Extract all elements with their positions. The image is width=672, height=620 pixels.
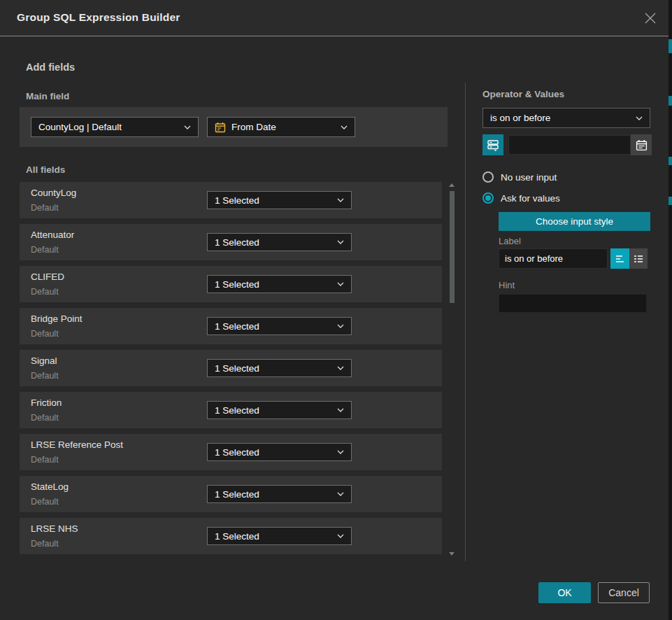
date-picker-button[interactable] xyxy=(631,134,652,155)
calendar-icon xyxy=(636,139,648,151)
field-row: Attenuator Default 1 Selected xyxy=(20,224,442,260)
field-row: CountyLog Default 1 Selected xyxy=(20,182,442,218)
field-row: LRSE Reference Post Default 1 Selected xyxy=(20,434,442,470)
field-row-type: Default xyxy=(31,245,59,255)
list-input-toggle[interactable] xyxy=(629,248,648,269)
field-row: StateLog Default 1 Selected xyxy=(20,476,442,512)
add-fields-heading: Add fields xyxy=(26,62,75,73)
align-left-icon xyxy=(615,254,626,264)
operator-dropdown[interactable]: is on or before xyxy=(482,108,650,128)
list-scrollbar[interactable] xyxy=(449,183,455,556)
cancel-button[interactable]: Cancel xyxy=(598,582,650,603)
field-row-name: CLIFED xyxy=(31,272,64,282)
dialog-titlebar: Group SQL Expression Builder xyxy=(0,0,669,36)
close-icon[interactable] xyxy=(642,10,659,27)
field-row-type: Default xyxy=(31,497,59,507)
field-row-selection-dropdown[interactable]: 1 Selected xyxy=(207,359,352,377)
field-row-selection-value: 1 Selected xyxy=(215,489,333,500)
chevron-down-icon xyxy=(636,116,643,120)
background-app-edge xyxy=(669,0,672,620)
ask-for-values-radio[interactable]: Ask for values xyxy=(482,192,560,204)
chevron-down-icon xyxy=(337,408,344,412)
field-row-name: LRSE Reference Post xyxy=(31,439,123,450)
date-value-input[interactable] xyxy=(508,135,631,155)
field-row-type: Default xyxy=(31,329,59,339)
select-values-button[interactable] xyxy=(482,134,503,155)
field-row-name: CountyLog xyxy=(31,188,76,198)
field-row-selection-dropdown[interactable]: 1 Selected xyxy=(207,443,352,461)
list-icon xyxy=(633,254,644,264)
field-row-type: Default xyxy=(31,371,59,381)
field-row: Friction Default 1 Selected xyxy=(20,392,442,428)
field-row-type: Default xyxy=(31,203,59,213)
operator-values-heading: Operator & Values xyxy=(482,89,564,99)
background-app-edge-accent xyxy=(669,157,672,165)
no-user-input-radio[interactable]: No user input xyxy=(482,171,557,183)
field-row: LRSE NHS Default 1 Selected xyxy=(20,518,442,554)
calendar-icon xyxy=(215,122,226,133)
ask-for-values-label: Ask for values xyxy=(501,193,560,204)
chevron-down-icon xyxy=(337,282,344,286)
chevron-down-icon xyxy=(337,324,344,328)
panel-divider xyxy=(465,83,466,561)
chevron-down-icon xyxy=(337,450,344,454)
field-row-selection-dropdown[interactable]: 1 Selected xyxy=(207,401,352,419)
field-row: CLIFED Default 1 Selected xyxy=(20,266,442,302)
background-app-edge-accent xyxy=(669,197,672,205)
field-row-selection-dropdown[interactable]: 1 Selected xyxy=(207,485,352,503)
field-row-selection-dropdown[interactable]: 1 Selected xyxy=(207,317,352,335)
no-user-input-label: No user input xyxy=(501,172,557,183)
radio-unselected-icon xyxy=(482,171,494,183)
scroll-down-icon[interactable] xyxy=(449,552,455,556)
field-row-name: Signal xyxy=(31,355,57,366)
chevron-down-icon xyxy=(337,534,344,538)
field-row-selection-value: 1 Selected xyxy=(215,447,333,458)
field-row-selection-value: 1 Selected xyxy=(215,363,333,374)
field-row-type: Default xyxy=(31,455,59,465)
field-row-name: StateLog xyxy=(31,481,69,492)
main-field-heading: Main field xyxy=(26,91,69,101)
scrollbar-thumb[interactable] xyxy=(450,191,455,303)
field-row-selection-dropdown[interactable]: 1 Selected xyxy=(207,527,352,545)
label-field-label: Label xyxy=(499,236,521,246)
field-row-selection-value: 1 Selected xyxy=(215,405,333,416)
scroll-up-icon[interactable] xyxy=(449,183,455,187)
chevron-down-icon xyxy=(184,125,191,129)
chevron-down-icon xyxy=(337,198,344,202)
ok-button[interactable]: OK xyxy=(538,582,591,603)
value-list-icon xyxy=(487,139,499,151)
field-row-selection-value: 1 Selected xyxy=(215,279,333,290)
dialog-title: Group SQL Expression Builder xyxy=(17,11,180,24)
operator-dropdown-value: is on or before xyxy=(490,113,631,123)
field-row-selection-dropdown[interactable]: 1 Selected xyxy=(207,275,352,293)
background-app-edge-accent xyxy=(669,96,672,106)
chevron-down-icon xyxy=(341,125,348,129)
choose-input-style-button[interactable]: Choose input style xyxy=(499,212,650,231)
all-fields-heading: All fields xyxy=(26,164,65,175)
chevron-down-icon xyxy=(337,492,344,496)
field-row-name: Bridge Point xyxy=(31,313,83,324)
field-row-selection-value: 1 Selected xyxy=(215,531,333,542)
field-row: Signal Default 1 Selected xyxy=(20,350,442,386)
field-row-name: LRSE NHS xyxy=(31,523,78,534)
label-input[interactable] xyxy=(499,248,608,269)
chevron-down-icon xyxy=(337,366,344,370)
field-row-name: Friction xyxy=(31,397,62,408)
field-row-selection-value: 1 Selected xyxy=(215,237,333,248)
single-line-input-toggle[interactable] xyxy=(610,248,629,269)
main-field-band: CountyLog | Default From Date xyxy=(20,107,448,147)
date-field-dropdown[interactable]: From Date xyxy=(207,117,355,137)
field-row-selection-dropdown[interactable]: 1 Selected xyxy=(207,191,352,209)
hint-input[interactable] xyxy=(499,294,647,313)
field-row: Bridge Point Default 1 Selected xyxy=(20,308,442,344)
date-field-dropdown-value: From Date xyxy=(231,122,336,132)
layer-dropdown[interactable]: CountyLog | Default xyxy=(31,117,199,137)
field-row-type: Default xyxy=(31,287,59,297)
hint-field-label: Hint xyxy=(499,280,515,290)
field-row-selection-dropdown[interactable]: 1 Selected xyxy=(207,233,352,251)
field-row-selection-value: 1 Selected xyxy=(215,321,333,332)
field-row-name: Attenuator xyxy=(31,230,74,240)
field-row-type: Default xyxy=(31,539,59,549)
chevron-down-icon xyxy=(337,240,344,244)
radio-selected-icon xyxy=(482,192,494,204)
